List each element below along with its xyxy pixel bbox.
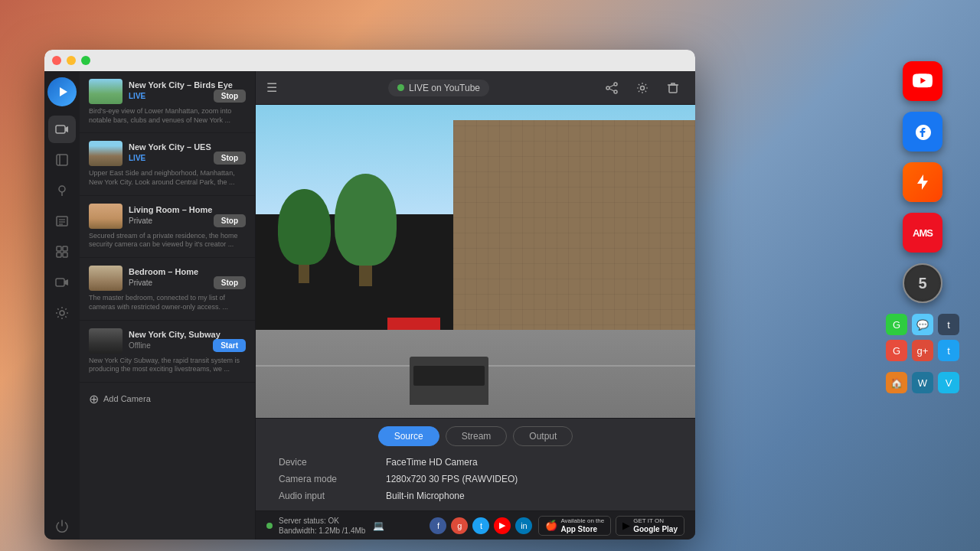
lightning-app-icon[interactable] <box>903 162 942 202</box>
add-camera-button[interactable]: ⊕ Add Camera <box>80 383 255 416</box>
camera-mode-label: Camera mode <box>279 474 386 484</box>
svg-rect-11 <box>57 246 61 251</box>
social-youtube[interactable]: ▶ <box>494 517 511 534</box>
camera-stop-button-4[interactable]: Stop <box>214 276 246 289</box>
camera-start-button-5[interactable]: Start <box>213 339 246 352</box>
app-store-badge[interactable]: 🍎 Available on the App Store <box>538 516 611 536</box>
svg-line-21 <box>609 85 614 87</box>
svg-point-18 <box>614 83 617 86</box>
minimize-button[interactable] <box>67 56 76 65</box>
sidebar-item-location[interactable] <box>48 177 76 204</box>
sidebar-item-cameras[interactable] <box>48 116 76 143</box>
camera-info-1: New York City – Birds Eye LIVE Stop <box>129 80 246 103</box>
camera-stop-button-3[interactable]: Stop <box>214 214 246 227</box>
small-icon-1[interactable]: G <box>886 314 907 335</box>
camera-item-3[interactable]: Living Room – Home Private Stop Secured … <box>80 196 255 258</box>
tab-source[interactable]: Source <box>378 426 439 446</box>
facebook-app-icon[interactable] <box>903 112 942 152</box>
settings-button[interactable] <box>631 77 654 99</box>
sidebar-item-power[interactable] <box>48 512 76 540</box>
tab-output[interactable]: Output <box>513 426 573 446</box>
svg-marker-0 <box>60 87 67 96</box>
camera-stop-button-1[interactable]: Stop <box>214 90 246 103</box>
server-icon: 💻 <box>373 520 384 531</box>
small-icon-6[interactable]: t <box>938 340 959 361</box>
device-label: Device <box>279 457 386 468</box>
camera-status-1: LIVE <box>129 92 145 100</box>
maximize-button[interactable] <box>81 56 90 65</box>
audio-input-value: Built-in Microphone <box>386 491 465 501</box>
small-icons-row: G 💬 t G g+ t <box>880 314 965 361</box>
server-status-line1: Server status: OK <box>279 516 365 526</box>
svg-point-19 <box>614 90 617 93</box>
tab-stream[interactable]: Stream <box>446 426 508 446</box>
audio-input-row: Audio input Built-in Microphone <box>279 491 672 501</box>
add-camera-label: Add Camera <box>103 394 151 403</box>
camera-name-4: Bedroom – Home <box>129 267 246 276</box>
live-indicator: LIVE on YouTube <box>388 80 489 96</box>
camera-name-2: New York City – UES <box>129 142 246 152</box>
camera-status-5: Offline <box>129 341 151 350</box>
sidebar-item-book[interactable] <box>48 146 76 174</box>
camera-name-3: Living Room – Home <box>129 205 246 214</box>
google-play-text: GET IT ON Google Play <box>633 517 678 533</box>
camera-desc-3: Secured stream of a private residence, t… <box>89 232 246 249</box>
camera-mode-value: 980x551 30 FPS (RAWVIDEO) <box>386 474 518 484</box>
svg-marker-26 <box>917 174 928 190</box>
tree-2 <box>335 174 396 315</box>
app-body: New York City – Birds Eye LIVE Stop Bird… <box>44 71 695 540</box>
youtube-app-icon[interactable] <box>903 61 942 101</box>
app-window: New York City – Birds Eye LIVE Stop Bird… <box>44 50 695 540</box>
sidebar-item-settings[interactable] <box>48 299 76 327</box>
camera-item-5[interactable]: New York City, Subway Offline Start New … <box>80 321 255 383</box>
five-app-icon[interactable]: 5 <box>903 263 942 303</box>
tabs-row: Source Stream Output <box>256 419 695 451</box>
sidebar-item-list[interactable] <box>48 207 76 235</box>
ams-app-icon[interactable]: AMS <box>903 213 942 253</box>
camera-thumb-4 <box>89 266 122 291</box>
svg-rect-24 <box>669 85 677 93</box>
small-icon-3[interactable]: t <box>938 314 959 335</box>
camera-status-4: Private <box>129 279 152 287</box>
social-facebook[interactable]: f <box>430 517 446 534</box>
sidebar-logo[interactable] <box>47 77 77 106</box>
street-scene <box>256 105 695 418</box>
google-play-badge[interactable]: ▶ GET IT ON Google Play <box>616 516 684 536</box>
small-icon-7[interactable]: 🏠 <box>886 372 907 393</box>
sidebar-item-video[interactable] <box>48 269 76 296</box>
social-twitter[interactable]: t <box>472 517 489 534</box>
audio-input-label: Audio input <box>279 491 386 501</box>
svg-rect-3 <box>57 155 67 165</box>
camera-item-4[interactable]: Bedroom – Home Private Stop The master b… <box>80 258 255 320</box>
close-button[interactable] <box>52 56 61 65</box>
camera-desc-2: Upper East Side and neighborhood, Manhat… <box>89 169 246 187</box>
small-icon-2[interactable]: 💬 <box>912 314 933 335</box>
camera-stop-button-2[interactable]: Stop <box>214 152 246 165</box>
camera-thumb-3 <box>89 204 122 229</box>
social-linkedin[interactable]: in <box>515 517 532 534</box>
app-store-text: Available on the App Store <box>560 517 604 533</box>
camera-item-1[interactable]: New York City – Birds Eye LIVE Stop Bird… <box>80 71 255 133</box>
svg-point-20 <box>606 86 609 90</box>
road <box>256 330 695 418</box>
camera-item-2[interactable]: New York City – UES LIVE Stop Upper East… <box>80 133 255 195</box>
source-info: Device FaceTime HD Camera Camera mode 12… <box>256 451 695 510</box>
small-icon-8[interactable]: W <box>912 372 933 393</box>
social-googleplus[interactable]: g <box>451 517 468 534</box>
awning <box>387 318 440 330</box>
camera-info-4: Bedroom – Home Private Stop <box>129 267 246 289</box>
server-status-dot <box>266 523 273 529</box>
small-icon-5[interactable]: g+ <box>912 340 933 361</box>
store-badges: 🍎 Available on the App Store ▶ GET IT ON… <box>538 516 684 536</box>
social-icons: f g t ▶ in <box>430 517 532 534</box>
delete-button[interactable] <box>662 77 684 99</box>
menu-icon[interactable]: ☰ <box>266 80 277 95</box>
sidebar-item-grid[interactable] <box>48 238 76 266</box>
svg-rect-1 <box>56 126 65 133</box>
small-icon-9[interactable]: V <box>938 372 959 393</box>
small-icon-4[interactable]: G <box>886 340 907 361</box>
main-content: ☰ LIVE on YouTube <box>256 71 695 540</box>
device-row: Device FaceTime HD Camera <box>279 457 672 468</box>
share-button[interactable] <box>600 77 623 99</box>
camera-desc-5: New York City Subway, the rapid transit … <box>89 357 246 374</box>
